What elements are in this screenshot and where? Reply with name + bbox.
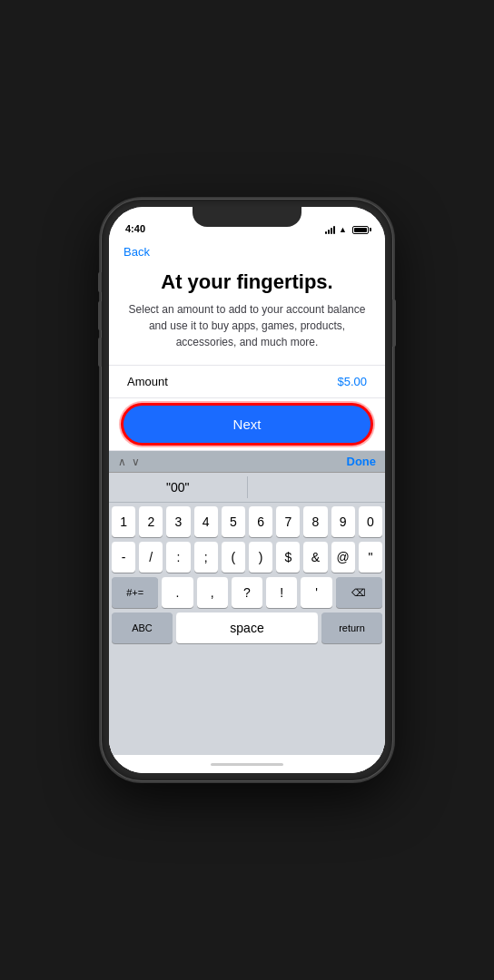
next-button[interactable]: Next xyxy=(124,406,370,443)
volume-down-button xyxy=(98,338,102,367)
key-comma[interactable]: , xyxy=(197,577,228,608)
back-button[interactable]: Back xyxy=(124,245,150,259)
next-field-button[interactable]: ∨ xyxy=(132,456,140,468)
key-5[interactable]: 5 xyxy=(222,506,245,537)
phone-screen: 4:40 ▲ Back At you xyxy=(109,207,385,773)
key-9[interactable]: 9 xyxy=(331,506,355,537)
symbol-row: - / : ; ( ) $ & @ " xyxy=(112,542,382,573)
key-1[interactable]: 1 xyxy=(112,506,135,537)
app-content: Back At your fingertips. Select an amoun… xyxy=(109,238,385,773)
key-period[interactable]: . xyxy=(162,577,193,608)
battery-icon xyxy=(352,226,369,234)
main-section: At your fingertips. Select an amount to … xyxy=(109,263,385,366)
bottom-row: ABC space return xyxy=(112,612,382,643)
prev-field-button[interactable]: ∧ xyxy=(118,456,126,468)
key-colon[interactable]: : xyxy=(166,542,190,573)
amount-row: Amount $5.00 xyxy=(109,366,385,398)
keyboard-toolbar: ∧ ∨ Done xyxy=(109,451,385,473)
wifi-icon: ▲ xyxy=(339,225,347,234)
nav-bar: Back xyxy=(109,238,385,263)
keyboard-keys: 1 2 3 4 5 6 7 8 9 0 - / xyxy=(109,503,385,755)
description: Select an amount to add to your account … xyxy=(127,301,367,350)
key-exclaim[interactable]: ! xyxy=(266,577,297,608)
key-dash[interactable]: - xyxy=(112,542,135,573)
key-2[interactable]: 2 xyxy=(139,506,163,537)
key-rparen[interactable]: ) xyxy=(249,542,272,573)
next-button-wrapper: Next xyxy=(109,398,385,451)
amount-value: $5.00 xyxy=(337,375,367,388)
key-semicolon[interactable]: ; xyxy=(194,542,218,573)
key-apostrophe[interactable]: ' xyxy=(301,577,331,608)
status-time: 4:40 xyxy=(125,223,145,234)
signal-icon xyxy=(325,225,335,234)
key-lparen[interactable]: ( xyxy=(222,542,245,573)
key-8[interactable]: 8 xyxy=(303,506,327,537)
key-4[interactable]: 4 xyxy=(194,506,218,537)
number-row: 1 2 3 4 5 6 7 8 9 0 xyxy=(112,506,382,537)
key-hashplus[interactable]: #+= xyxy=(112,577,158,608)
picker-row: "00" xyxy=(109,473,385,503)
phone-frame: 4:40 ▲ Back At you xyxy=(102,200,392,780)
key-amp[interactable]: & xyxy=(303,542,327,573)
keyboard-done-button[interactable]: Done xyxy=(347,455,377,468)
picker-cell-00: "00" xyxy=(109,476,248,498)
key-question[interactable]: ? xyxy=(232,577,262,608)
key-3[interactable]: 3 xyxy=(166,506,190,537)
picker-cell-empty xyxy=(248,484,386,491)
key-slash[interactable]: / xyxy=(139,542,163,573)
more-symbol-row: #+= . , ? ! ' ⌫ xyxy=(112,577,382,608)
headline: At your fingertips. xyxy=(127,270,367,294)
power-button xyxy=(392,299,396,347)
home-bar xyxy=(211,763,283,766)
mute-button xyxy=(98,272,102,292)
home-indicator xyxy=(109,755,385,773)
key-return[interactable]: return xyxy=(321,612,382,643)
key-abc[interactable]: ABC xyxy=(112,612,173,643)
key-0[interactable]: 0 xyxy=(359,506,382,537)
notch xyxy=(193,207,301,227)
status-icons: ▲ xyxy=(325,225,369,234)
key-space[interactable]: space xyxy=(176,612,318,643)
backspace-key[interactable]: ⌫ xyxy=(336,577,382,608)
key-quote[interactable]: " xyxy=(359,542,382,573)
key-dollar[interactable]: $ xyxy=(276,542,300,573)
keyboard-area: ∧ ∨ Done "00" 1 2 3 xyxy=(109,451,385,755)
amount-label: Amount xyxy=(127,375,168,388)
toolbar-arrows: ∧ ∨ xyxy=(118,456,140,468)
key-6[interactable]: 6 xyxy=(249,506,272,537)
key-at[interactable]: @ xyxy=(331,542,355,573)
key-7[interactable]: 7 xyxy=(276,506,300,537)
volume-up-button xyxy=(98,301,102,330)
